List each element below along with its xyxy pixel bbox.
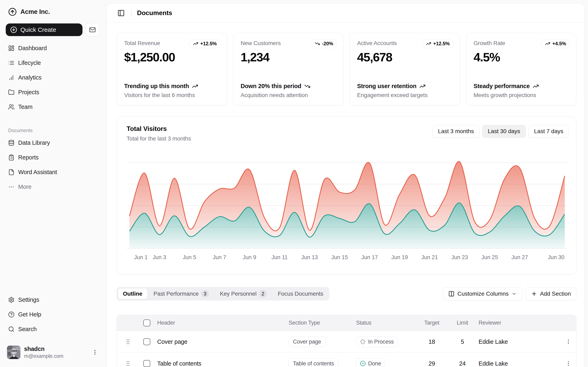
tab-count-badge: 3 [201, 290, 209, 298]
chevron-down-icon [511, 291, 517, 296]
gear-icon [8, 297, 15, 303]
sidebar-item-more[interactable]: More [6, 180, 99, 193]
tab-focus-documents[interactable]: Focus Documents [273, 288, 328, 299]
stat-card-active-accounts: Active Accounts +12.5% 45,678 Strong use… [350, 33, 460, 106]
stat-value: $1,250.00 [124, 50, 219, 64]
stat-card-total-revenue: Total Revenue +12.5% $1,250.00 Trending … [117, 33, 227, 106]
sidebar-item-settings[interactable]: Settings [6, 293, 99, 306]
stat-footer-desc: Engagement exceed targets [357, 92, 452, 99]
range-last-30-days[interactable]: Last 30 days [482, 125, 526, 138]
section-type-badge: Cover page [289, 336, 325, 347]
x-axis-tick: Jun 11 [272, 254, 288, 260]
sidebar-item-search[interactable]: Search [6, 323, 99, 336]
user-email: m@example.com [24, 353, 88, 359]
sidebar-item-reports[interactable]: Reports [6, 151, 99, 164]
sidebar-toggle-button[interactable] [116, 8, 126, 18]
x-axis-tick: Jun 1 [134, 254, 148, 260]
tab-outline[interactable]: Outline [118, 288, 147, 299]
quick-create-button[interactable]: Quick Create [6, 24, 82, 36]
sidebar-item-label: Projects [18, 89, 39, 96]
user-menu[interactable]: shadcn m@example.com [6, 345, 99, 360]
limit-value[interactable]: 24 [459, 360, 466, 367]
folder-icon [8, 89, 15, 95]
sidebar-item-label: Get Help [18, 311, 41, 318]
stat-footer-desc: Meets growth projections [474, 92, 569, 99]
sidebar-item-data-library[interactable]: Data Library [6, 136, 99, 149]
sidebar-item-lifecycle[interactable]: Lifecycle [6, 56, 99, 69]
status-badge: Done [356, 358, 385, 367]
sidebar-item-label: Data Library [18, 140, 50, 146]
org-switcher[interactable]: Acme Inc. [6, 5, 99, 18]
drag-handle-icon[interactable] [125, 360, 131, 367]
sections-table: Header Section Type Status Target Limit … [117, 315, 576, 367]
drag-handle-icon[interactable] [125, 338, 131, 345]
trending-up-icon [426, 41, 431, 46]
app-title: Acme Inc. [20, 8, 50, 16]
check-circle-icon [360, 361, 366, 366]
sidebar-section-label: Documents [6, 126, 99, 134]
plus-circle-icon [10, 26, 17, 33]
select-all-checkbox[interactable] [143, 319, 150, 326]
x-axis-tick: Jun 3 [153, 254, 166, 260]
visitors-card: Total Visitors Total for the last 3 mont… [117, 116, 576, 275]
row-checkbox[interactable] [143, 360, 150, 367]
sidebar-item-projects[interactable]: Projects [6, 86, 99, 99]
trend-badge: -20% [311, 39, 337, 48]
trend-badge-value: +4.5% [552, 41, 566, 47]
sidebar-item-word-assistant[interactable]: Word Assistant [6, 166, 99, 179]
help-circle-icon [8, 311, 15, 318]
table-header-row: Header Section Type Status Target Limit … [117, 315, 576, 331]
trending-up-icon [192, 83, 198, 89]
sidebar-item-label: Dashboard [18, 45, 47, 52]
sidebar-item-dashboard[interactable]: Dashboard [6, 42, 99, 55]
status-badge: In Process [356, 336, 398, 347]
section-type-badge: Table of contents [289, 358, 338, 367]
reviewer-value[interactable]: Eddie Lake [476, 338, 560, 345]
main-nav: Dashboard Lifecycle Analytics Projects T… [6, 42, 99, 113]
tab-key-personnel[interactable]: Key Personnel2 [215, 288, 272, 299]
reviewer-value[interactable]: Eddie Lake [476, 360, 560, 367]
row-menu-icon[interactable] [565, 360, 571, 367]
status-label: In Process [368, 339, 394, 345]
add-section-button[interactable]: Add Section [526, 287, 576, 300]
stat-value: 4.5% [474, 50, 569, 64]
range-last-3-months[interactable]: Last 3 months [432, 125, 479, 138]
row-menu-icon[interactable] [565, 339, 571, 345]
stat-footer-desc: Acquisition needs attention [241, 92, 336, 99]
ellipsis-icon [8, 184, 15, 190]
target-value[interactable]: 29 [429, 360, 435, 367]
trend-badge-value: -20% [322, 41, 333, 47]
column-header: Reviewer [476, 320, 560, 326]
quick-create-label: Quick Create [20, 26, 56, 33]
bar-chart-icon [8, 75, 15, 81]
range-last-7-days[interactable]: Last 7 days [528, 125, 569, 138]
main-panel: Documents Total Revenue +12.5% $1,250.00… [107, 3, 585, 367]
row-header[interactable]: Cover page [154, 338, 286, 345]
page-title: Documents [137, 9, 172, 17]
file-icon [8, 169, 15, 175]
row-header[interactable]: Table of contents [154, 360, 286, 367]
sidebar-item-analytics[interactable]: Analytics [6, 71, 99, 84]
sidebar-item-label: Team [18, 104, 33, 110]
sidebar-item-team[interactable]: Team [6, 100, 99, 113]
panel-left-icon [117, 9, 125, 17]
x-axis-tick: Jun 19 [391, 254, 408, 260]
range-toggle-group: Last 3 months Last 30 days Last 7 days [432, 125, 569, 138]
ellipsis-vertical-icon[interactable] [92, 349, 98, 355]
customize-columns-button[interactable]: Customize Columns [443, 287, 522, 300]
x-axis-tick: Jun 7 [213, 254, 226, 260]
x-axis-tick: Jun 23 [451, 254, 468, 260]
target-value[interactable]: 18 [429, 338, 435, 345]
tab-past-performance[interactable]: Past Performance3 [149, 288, 214, 299]
inbox-button[interactable] [86, 23, 99, 36]
limit-value[interactable]: 5 [461, 338, 464, 345]
tab-label: Outline [123, 291, 142, 297]
column-header: Limit [457, 320, 468, 326]
x-axis-tick: Jun 15 [331, 254, 348, 260]
stat-footer-desc: Visitors for the last 6 months [124, 92, 219, 99]
table-row: Table of contents Table of contents Done… [117, 353, 576, 367]
row-checkbox[interactable] [143, 338, 150, 345]
stats-grid: Total Revenue +12.5% $1,250.00 Trending … [117, 33, 576, 106]
sidebar-item-get-help[interactable]: Get Help [6, 308, 99, 321]
sidebar-item-label: More [18, 184, 31, 190]
